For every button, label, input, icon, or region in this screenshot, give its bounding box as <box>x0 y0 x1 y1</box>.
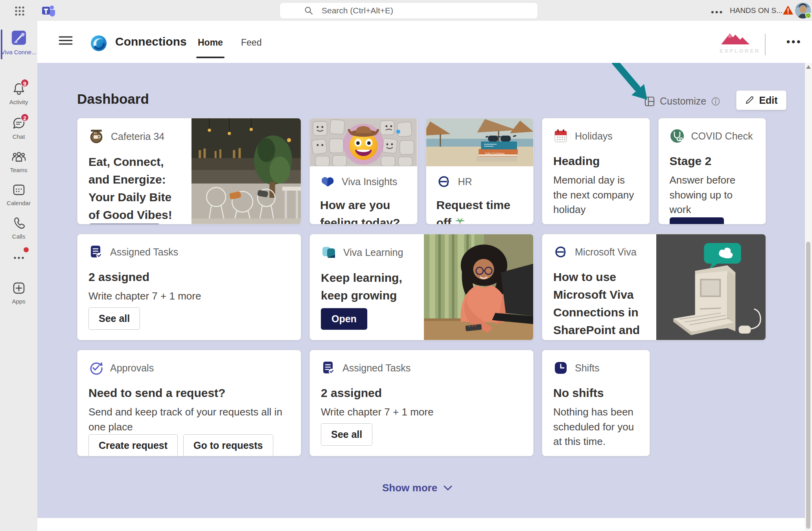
scrollbar-thumb[interactable] <box>806 242 810 529</box>
customize-button[interactable]: Customize <box>644 96 720 107</box>
see-all-button[interactable]: See all <box>88 307 140 330</box>
card-body: Send and keep track of your requests all… <box>88 405 290 434</box>
header-more-icon[interactable]: ••• <box>786 36 802 48</box>
cafeteria-photo <box>191 118 301 224</box>
customize-grid-icon <box>644 96 655 107</box>
viva-connections-icon <box>11 29 27 46</box>
brand-name: EXPLORER <box>720 48 751 54</box>
card-viva-learning[interactable]: Viva Learning Keep learning, keep growin… <box>309 234 534 340</box>
dashboard-grid: Cafeteria 34 Eat, Connect, and Energize:… <box>77 118 766 456</box>
approvals-icon <box>88 360 103 375</box>
submit-button[interactable]: Submit <box>670 217 724 224</box>
card-body: Memorial day is the next company holiday <box>553 173 639 217</box>
titlebar-more-icon[interactable]: ••• <box>711 7 724 17</box>
card-title: Microsoft Viva <box>575 246 637 258</box>
app-launcher-waffle-icon[interactable] <box>14 6 25 17</box>
card-assigned-tasks[interactable]: Assigned Tasks 2 assigned Write chapter … <box>77 234 301 340</box>
card-viva-insights[interactable]: Viva Insights How are you feeling today? <box>309 118 418 224</box>
open-button[interactable]: Open <box>321 308 367 330</box>
customize-label: Customize <box>660 96 706 107</box>
search-placeholder: Search (Ctrl+Alt+E) <box>322 6 393 15</box>
cafeteria-icon <box>88 129 104 144</box>
card-microsoft-viva[interactable]: Microsoft Viva How to use Microsoft Viva… <box>542 234 766 340</box>
account-name[interactable]: HANDS ON S... <box>730 6 783 15</box>
card-cafeteria[interactable]: Cafeteria 34 Eat, Connect, and Energize:… <box>77 118 301 224</box>
go-to-requests-button[interactable]: Go to requests <box>183 434 273 456</box>
card-title: COVID Check <box>691 130 753 142</box>
pencil-icon <box>745 96 754 105</box>
scrollbar[interactable] <box>805 63 812 531</box>
rail-item-calls[interactable]: Calls <box>0 216 37 240</box>
card-heading: No shifts <box>553 384 604 402</box>
hamburger-menu-icon[interactable] <box>58 35 73 46</box>
rail-label: Calendar <box>0 200 37 206</box>
card-heading: Request time off <box>436 196 523 224</box>
rail-item-calendar[interactable]: Calendar <box>0 183 37 206</box>
card-title: Cafeteria 34 <box>111 131 164 142</box>
app-title: Connections <box>115 35 187 48</box>
more-notification-dot <box>24 247 29 252</box>
teams-people-icon <box>11 150 26 164</box>
system-titlebar: Search (Ctrl+Alt+E) ••• HANDS ON S... ✓ <box>0 0 812 21</box>
rail-label: Activity <box>0 99 37 105</box>
viva-learning-icon <box>321 244 337 260</box>
apps-icon <box>12 281 26 295</box>
search-icon <box>304 6 313 15</box>
viva-insights-icon <box>320 174 335 189</box>
teams-logo-icon <box>41 4 57 17</box>
warning-icon[interactable] <box>783 5 794 15</box>
card-body: Write chapter 7 + 1 more <box>321 405 433 420</box>
card-body: Nothing has been scheduled for you at th… <box>553 405 639 449</box>
rail-item-viva-connections[interactable]: Viva Conne... <box>0 29 37 55</box>
covid-check-icon <box>670 129 685 143</box>
rail-item-activity[interactable]: 9 Activity <box>0 82 37 105</box>
rail-label: Chat <box>0 133 37 140</box>
link-icon <box>436 174 451 189</box>
card-heading: Stage 2 <box>670 152 712 170</box>
header-divider <box>765 34 766 55</box>
chevron-down-icon <box>444 485 452 491</box>
create-request-button[interactable]: Create request <box>88 434 178 456</box>
shifts-icon <box>553 360 568 375</box>
info-icon[interactable] <box>711 97 720 106</box>
card-hr[interactable]: John Grisham HR <box>426 118 534 224</box>
presence-available-icon: ✓ <box>805 13 811 18</box>
rail-label: Calls <box>0 233 37 240</box>
rail-item-more[interactable] <box>0 254 37 264</box>
rail-label: Viva Conne... <box>0 49 37 55</box>
card-approvals[interactable]: Approvals Need to send a request? Send a… <box>77 350 301 456</box>
card-title: Viva Insights <box>342 176 397 187</box>
phone-icon <box>12 216 26 230</box>
tab-home[interactable]: Home <box>198 37 223 48</box>
show-more-button[interactable]: Show more <box>382 482 452 494</box>
card-shifts[interactable]: Shifts No shifts Nothing has been schedu… <box>542 350 650 456</box>
holidays-calendar-icon <box>553 129 568 143</box>
tab-feed[interactable]: Feed <box>241 37 261 48</box>
app-rail: Viva Conne... 9 Activity 2 Chat Teams <box>0 21 37 531</box>
card-holidays[interactable]: Holidays Heading Memorial day is the nex… <box>542 118 650 224</box>
edit-label: Edit <box>759 95 777 106</box>
connections-header: Connections Home Feed EXPLORER ••• <box>37 21 812 63</box>
card-heading: Heading <box>553 152 600 170</box>
search-input[interactable]: Search (Ctrl+Alt+E) <box>280 3 538 18</box>
assigned-tasks-icon <box>88 244 103 259</box>
card-heading: How to use Microsoft Viva Connections in… <box>553 268 645 340</box>
card-title: Assigned Tasks <box>110 246 178 258</box>
card-assigned-tasks-2[interactable]: Assigned Tasks 2 assigned Write chapter … <box>309 350 534 456</box>
connections-logo-icon <box>90 34 108 52</box>
see-all-button[interactable]: See all <box>321 423 372 446</box>
view-menu-button[interactable]: View Menu <box>88 224 160 224</box>
viva-illustration <box>656 234 766 340</box>
rail-item-teams[interactable]: Teams <box>0 150 37 173</box>
edit-button[interactable]: Edit <box>736 90 786 110</box>
card-heading: 2 assigned <box>88 268 149 286</box>
calendar-icon <box>12 183 26 197</box>
scroll-up-arrow[interactable] <box>806 65 811 69</box>
rail-item-apps[interactable]: Apps <box>0 281 37 305</box>
activity-badge: 9 <box>20 79 29 87</box>
card-heading: Eat, Connect, and Energize: Your Daily B… <box>88 153 180 224</box>
brand-logo: EXPLORER <box>720 29 751 54</box>
learning-photo <box>424 234 533 340</box>
rail-item-chat[interactable]: 2 Chat <box>0 116 37 140</box>
card-covid-check[interactable]: COVID Check Stage 2 Answer before showin… <box>658 118 766 224</box>
